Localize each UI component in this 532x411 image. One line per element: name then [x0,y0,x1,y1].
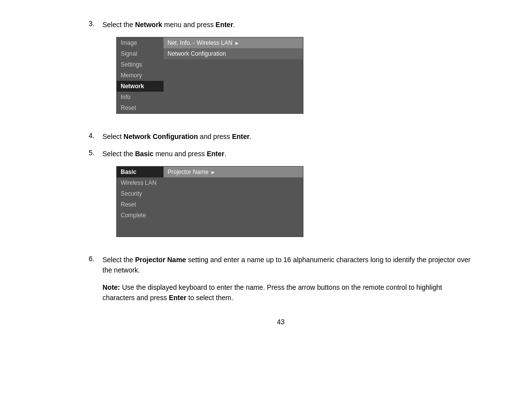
instruction-4: 4. Select Network Configuration and pres… [89,132,473,142]
instruction-5-text: Select the Basic menu and press Enter. [102,150,226,158]
instruction-4-text: Select Network Configuration and press E… [102,132,252,142]
step-number-3: 3. [89,20,99,125]
menu-item-network: Network [117,81,164,92]
step-number-5: 5. [89,149,99,248]
menu-item-basic: Basic [117,167,164,177]
screenshot-2: Basic Wireless LAN Security Reset Comple… [116,166,303,237]
menu-item-image: Image [117,37,164,48]
menu-item-complete: Complete [117,210,164,221]
menu-item-settings: Settings [117,59,164,70]
projector-ui-2: Basic Wireless LAN Security Reset Comple… [116,166,303,237]
menu-item-wireless-lan: Wireless LAN [117,177,164,188]
proj-content-body-1 [164,59,303,108]
step-number-6: 6. [89,255,99,275]
header-text-1: Net. Info. - Wireless LAN [167,39,233,46]
note-text: Note: Use the displayed keyboard to ente… [102,283,442,302]
step-number-4: 4. [89,132,99,142]
arrow-icon-1: ► [234,40,239,46]
screenshot-1: Image Signal Settings Memory Network Inf… [116,37,303,114]
menu-item-reset-2: Reset [117,199,164,210]
menu-item-signal: Signal [117,48,164,59]
proj-menu-1: Image Signal Settings Memory Network Inf… [117,37,164,113]
instruction-3: 3. Select the Network menu and press Ent… [89,20,473,125]
menu-item-reset: Reset [117,103,164,113]
note-section: Note: Use the displayed keyboard to ente… [102,282,473,303]
proj-content-header-2: Projector Name ► [164,167,303,177]
header-text-2: Projector Name [167,169,208,175]
instruction-5: 5. Select the Basic menu and press Enter… [89,149,473,248]
menu-item-info: Info [117,92,164,103]
page-number: 43 [89,318,473,326]
arrow-icon-2: ► [210,170,215,175]
projector-ui-1: Image Signal Settings Memory Network Inf… [116,37,303,114]
instruction-6-text: Select the Projector Name setting and en… [102,255,473,275]
instruction-3-text: Select the Network menu and press Enter. [102,21,235,29]
proj-content-1: Net. Info. - Wireless LAN ► Network Conf… [164,37,303,113]
proj-content-body-2 [164,177,303,237]
proj-content-subheader-1: Network Configuration [164,48,303,59]
proj-content-2: Projector Name ► [164,167,303,237]
menu-item-security: Security [117,188,164,199]
proj-content-header-1: Net. Info. - Wireless LAN ► [164,37,303,48]
proj-menu-2: Basic Wireless LAN Security Reset Comple… [117,167,164,237]
menu-item-memory: Memory [117,70,164,81]
instruction-6: 6. Select the Projector Name setting and… [89,255,473,275]
